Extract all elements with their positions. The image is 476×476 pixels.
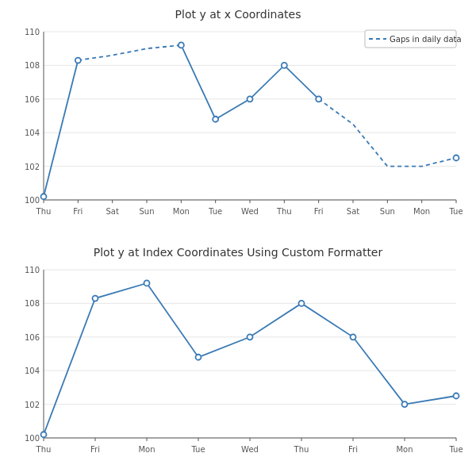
svg-point-84	[93, 296, 98, 301]
svg-text:102: 102	[25, 163, 40, 171]
chart2-panel: Plot y at Index Coordinates Using Custom…	[0, 238, 476, 476]
chart1-svg: 100102104106108110ThuFriSatSunMonTueWedT…	[8, 24, 468, 228]
svg-text:110: 110	[25, 266, 40, 274]
svg-text:106: 106	[25, 333, 40, 342]
svg-point-43	[213, 117, 218, 122]
svg-text:Sun: Sun	[380, 207, 395, 216]
chart1-title: Plot y at x Coordinates	[8, 8, 468, 21]
chart2-title: Plot y at Index Coordinates Using Custom…	[8, 246, 468, 259]
svg-point-45	[282, 63, 287, 68]
svg-text:104: 104	[25, 367, 40, 375]
svg-point-91	[454, 393, 459, 399]
svg-point-90	[402, 401, 408, 407]
svg-point-44	[248, 96, 253, 102]
svg-text:100: 100	[25, 196, 40, 205]
svg-text:Mon: Mon	[413, 207, 430, 216]
svg-point-88	[299, 301, 305, 306]
chart1-area: 100102104106108110ThuFriSatSunMonTueWedT…	[8, 24, 468, 228]
svg-point-87	[248, 334, 253, 340]
svg-text:Fri: Fri	[73, 207, 83, 216]
chart1-panel: Plot y at x Coordinates 1001021041061081…	[0, 0, 476, 238]
svg-point-83	[41, 432, 47, 437]
svg-text:Sat: Sat	[106, 207, 118, 216]
svg-text:102: 102	[25, 401, 40, 409]
svg-text:Thu: Thu	[276, 207, 292, 216]
svg-text:Thu: Thu	[36, 445, 52, 454]
svg-text:Wed: Wed	[241, 207, 259, 216]
svg-text:104: 104	[25, 129, 40, 137]
svg-text:110: 110	[25, 28, 40, 36]
svg-text:Gaps in daily data: Gaps in daily data	[390, 35, 462, 44]
svg-point-46	[316, 96, 321, 102]
svg-text:Tue: Tue	[448, 207, 463, 216]
svg-point-85	[144, 280, 150, 286]
svg-text:Mon: Mon	[138, 445, 155, 454]
svg-text:Tue: Tue	[208, 207, 222, 216]
svg-text:106: 106	[25, 95, 40, 104]
svg-text:Mon: Mon	[396, 445, 413, 454]
svg-point-89	[351, 334, 356, 340]
svg-text:Tue: Tue	[448, 445, 463, 454]
svg-text:Mon: Mon	[173, 207, 190, 216]
svg-text:Thu: Thu	[294, 445, 309, 454]
svg-text:Tue: Tue	[190, 445, 205, 454]
svg-text:Fri: Fri	[314, 207, 324, 216]
svg-point-47	[454, 155, 459, 161]
svg-point-42	[178, 42, 184, 48]
svg-point-40	[41, 194, 47, 199]
svg-text:Sun: Sun	[139, 207, 154, 216]
svg-text:Sat: Sat	[347, 207, 359, 216]
svg-text:Thu: Thu	[36, 207, 52, 216]
svg-text:Fri: Fri	[90, 445, 100, 454]
main-container: Plot y at x Coordinates 1001021041061081…	[0, 0, 476, 476]
svg-point-41	[75, 58, 81, 63]
svg-text:Wed: Wed	[241, 445, 259, 454]
svg-point-86	[196, 355, 202, 360]
svg-text:Fri: Fri	[348, 445, 358, 454]
svg-text:100: 100	[25, 434, 40, 443]
svg-text:108: 108	[25, 61, 40, 70]
chart2-area: 100102104106108110ThuFriMonTueWedThuFriM…	[8, 262, 468, 466]
svg-text:108: 108	[25, 299, 40, 308]
chart2-svg: 100102104106108110ThuFriMonTueWedThuFriM…	[8, 262, 468, 466]
